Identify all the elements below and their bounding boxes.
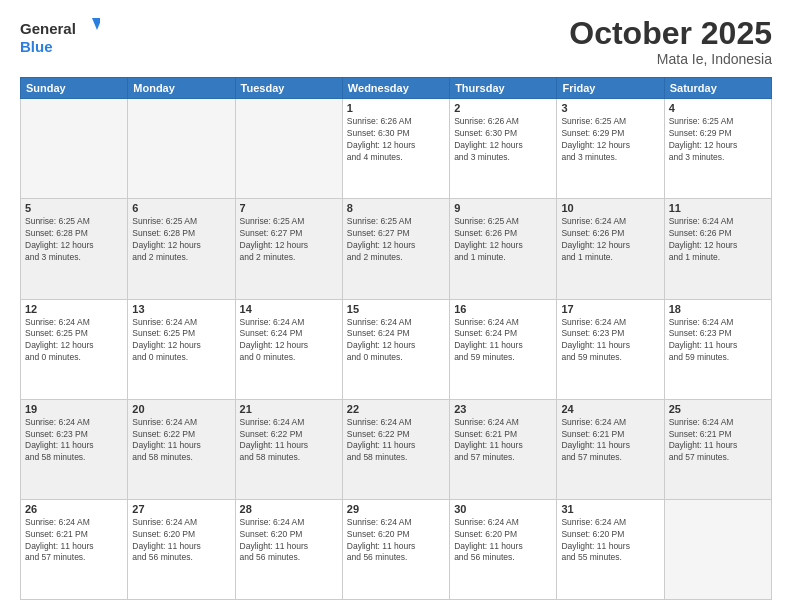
day-number: 22 (347, 403, 445, 415)
svg-text:Blue: Blue (20, 38, 53, 55)
day-info: Sunrise: 6:25 AMSunset: 6:27 PMDaylight:… (240, 216, 338, 264)
day-info: Sunrise: 6:24 AMSunset: 6:20 PMDaylight:… (132, 517, 230, 565)
day-number: 25 (669, 403, 767, 415)
calendar-week-row: 5Sunrise: 6:25 AMSunset: 6:28 PMDaylight… (21, 199, 772, 299)
calendar-cell (235, 99, 342, 199)
day-number: 9 (454, 202, 552, 214)
calendar-cell: 20Sunrise: 6:24 AMSunset: 6:22 PMDayligh… (128, 399, 235, 499)
calendar-cell: 7Sunrise: 6:25 AMSunset: 6:27 PMDaylight… (235, 199, 342, 299)
day-info: Sunrise: 6:24 AMSunset: 6:24 PMDaylight:… (454, 317, 552, 365)
calendar-cell: 4Sunrise: 6:25 AMSunset: 6:29 PMDaylight… (664, 99, 771, 199)
calendar-week-row: 26Sunrise: 6:24 AMSunset: 6:21 PMDayligh… (21, 499, 772, 599)
calendar-cell: 30Sunrise: 6:24 AMSunset: 6:20 PMDayligh… (450, 499, 557, 599)
day-info: Sunrise: 6:26 AMSunset: 6:30 PMDaylight:… (347, 116, 445, 164)
calendar-cell: 24Sunrise: 6:24 AMSunset: 6:21 PMDayligh… (557, 399, 664, 499)
day-info: Sunrise: 6:24 AMSunset: 6:22 PMDaylight:… (132, 417, 230, 465)
day-info: Sunrise: 6:24 AMSunset: 6:24 PMDaylight:… (347, 317, 445, 365)
day-info: Sunrise: 6:25 AMSunset: 6:28 PMDaylight:… (132, 216, 230, 264)
calendar-cell: 29Sunrise: 6:24 AMSunset: 6:20 PMDayligh… (342, 499, 449, 599)
day-info: Sunrise: 6:24 AMSunset: 6:20 PMDaylight:… (454, 517, 552, 565)
day-info: Sunrise: 6:24 AMSunset: 6:22 PMDaylight:… (347, 417, 445, 465)
svg-marker-1 (92, 18, 100, 30)
calendar-cell: 11Sunrise: 6:24 AMSunset: 6:26 PMDayligh… (664, 199, 771, 299)
day-info: Sunrise: 6:26 AMSunset: 6:30 PMDaylight:… (454, 116, 552, 164)
calendar-cell: 16Sunrise: 6:24 AMSunset: 6:24 PMDayligh… (450, 299, 557, 399)
day-info: Sunrise: 6:24 AMSunset: 6:21 PMDaylight:… (561, 417, 659, 465)
day-number: 12 (25, 303, 123, 315)
day-number: 30 (454, 503, 552, 515)
day-info: Sunrise: 6:24 AMSunset: 6:26 PMDaylight:… (561, 216, 659, 264)
calendar-cell: 3Sunrise: 6:25 AMSunset: 6:29 PMDaylight… (557, 99, 664, 199)
calendar-cell: 15Sunrise: 6:24 AMSunset: 6:24 PMDayligh… (342, 299, 449, 399)
calendar-cell: 13Sunrise: 6:24 AMSunset: 6:25 PMDayligh… (128, 299, 235, 399)
day-info: Sunrise: 6:24 AMSunset: 6:22 PMDaylight:… (240, 417, 338, 465)
day-info: Sunrise: 6:24 AMSunset: 6:24 PMDaylight:… (240, 317, 338, 365)
weekday-header-monday: Monday (128, 78, 235, 99)
calendar-cell: 21Sunrise: 6:24 AMSunset: 6:22 PMDayligh… (235, 399, 342, 499)
day-number: 21 (240, 403, 338, 415)
weekday-header-saturday: Saturday (664, 78, 771, 99)
day-number: 24 (561, 403, 659, 415)
calendar-table: SundayMondayTuesdayWednesdayThursdayFrid… (20, 77, 772, 600)
day-number: 28 (240, 503, 338, 515)
day-number: 14 (240, 303, 338, 315)
calendar-cell (664, 499, 771, 599)
calendar-cell: 27Sunrise: 6:24 AMSunset: 6:20 PMDayligh… (128, 499, 235, 599)
location-subtitle: Mata Ie, Indonesia (569, 51, 772, 67)
calendar-cell: 5Sunrise: 6:25 AMSunset: 6:28 PMDaylight… (21, 199, 128, 299)
calendar-cell (21, 99, 128, 199)
day-info: Sunrise: 6:25 AMSunset: 6:29 PMDaylight:… (561, 116, 659, 164)
calendar-cell: 28Sunrise: 6:24 AMSunset: 6:20 PMDayligh… (235, 499, 342, 599)
day-number: 16 (454, 303, 552, 315)
day-info: Sunrise: 6:24 AMSunset: 6:26 PMDaylight:… (669, 216, 767, 264)
day-info: Sunrise: 6:24 AMSunset: 6:20 PMDaylight:… (240, 517, 338, 565)
calendar-cell: 31Sunrise: 6:24 AMSunset: 6:20 PMDayligh… (557, 499, 664, 599)
day-number: 6 (132, 202, 230, 214)
weekday-header-row: SundayMondayTuesdayWednesdayThursdayFrid… (21, 78, 772, 99)
calendar-cell: 22Sunrise: 6:24 AMSunset: 6:22 PMDayligh… (342, 399, 449, 499)
calendar-cell (128, 99, 235, 199)
day-info: Sunrise: 6:25 AMSunset: 6:26 PMDaylight:… (454, 216, 552, 264)
logo-svg: General Blue (20, 16, 100, 60)
calendar-cell: 19Sunrise: 6:24 AMSunset: 6:23 PMDayligh… (21, 399, 128, 499)
day-number: 10 (561, 202, 659, 214)
weekday-header-wednesday: Wednesday (342, 78, 449, 99)
day-number: 29 (347, 503, 445, 515)
day-number: 5 (25, 202, 123, 214)
calendar-cell: 1Sunrise: 6:26 AMSunset: 6:30 PMDaylight… (342, 99, 449, 199)
weekday-header-sunday: Sunday (21, 78, 128, 99)
day-number: 18 (669, 303, 767, 315)
day-number: 27 (132, 503, 230, 515)
calendar-cell: 18Sunrise: 6:24 AMSunset: 6:23 PMDayligh… (664, 299, 771, 399)
day-info: Sunrise: 6:25 AMSunset: 6:27 PMDaylight:… (347, 216, 445, 264)
day-info: Sunrise: 6:24 AMSunset: 6:23 PMDaylight:… (669, 317, 767, 365)
calendar-cell: 9Sunrise: 6:25 AMSunset: 6:26 PMDaylight… (450, 199, 557, 299)
calendar-cell: 10Sunrise: 6:24 AMSunset: 6:26 PMDayligh… (557, 199, 664, 299)
day-number: 8 (347, 202, 445, 214)
weekday-header-tuesday: Tuesday (235, 78, 342, 99)
calendar-cell: 2Sunrise: 6:26 AMSunset: 6:30 PMDaylight… (450, 99, 557, 199)
day-number: 23 (454, 403, 552, 415)
day-info: Sunrise: 6:25 AMSunset: 6:28 PMDaylight:… (25, 216, 123, 264)
calendar-cell: 25Sunrise: 6:24 AMSunset: 6:21 PMDayligh… (664, 399, 771, 499)
day-info: Sunrise: 6:24 AMSunset: 6:23 PMDaylight:… (25, 417, 123, 465)
calendar-cell: 17Sunrise: 6:24 AMSunset: 6:23 PMDayligh… (557, 299, 664, 399)
day-info: Sunrise: 6:24 AMSunset: 6:21 PMDaylight:… (454, 417, 552, 465)
calendar-cell: 6Sunrise: 6:25 AMSunset: 6:28 PMDaylight… (128, 199, 235, 299)
day-number: 11 (669, 202, 767, 214)
day-info: Sunrise: 6:24 AMSunset: 6:20 PMDaylight:… (561, 517, 659, 565)
day-info: Sunrise: 6:24 AMSunset: 6:21 PMDaylight:… (25, 517, 123, 565)
day-info: Sunrise: 6:24 AMSunset: 6:21 PMDaylight:… (669, 417, 767, 465)
day-number: 26 (25, 503, 123, 515)
title-block: October 2025 Mata Ie, Indonesia (569, 16, 772, 67)
calendar-week-row: 1Sunrise: 6:26 AMSunset: 6:30 PMDaylight… (21, 99, 772, 199)
calendar-week-row: 19Sunrise: 6:24 AMSunset: 6:23 PMDayligh… (21, 399, 772, 499)
day-number: 15 (347, 303, 445, 315)
day-info: Sunrise: 6:24 AMSunset: 6:25 PMDaylight:… (132, 317, 230, 365)
svg-text:General: General (20, 20, 76, 37)
calendar-cell: 8Sunrise: 6:25 AMSunset: 6:27 PMDaylight… (342, 199, 449, 299)
calendar-cell: 12Sunrise: 6:24 AMSunset: 6:25 PMDayligh… (21, 299, 128, 399)
day-number: 3 (561, 102, 659, 114)
day-number: 7 (240, 202, 338, 214)
day-number: 19 (25, 403, 123, 415)
